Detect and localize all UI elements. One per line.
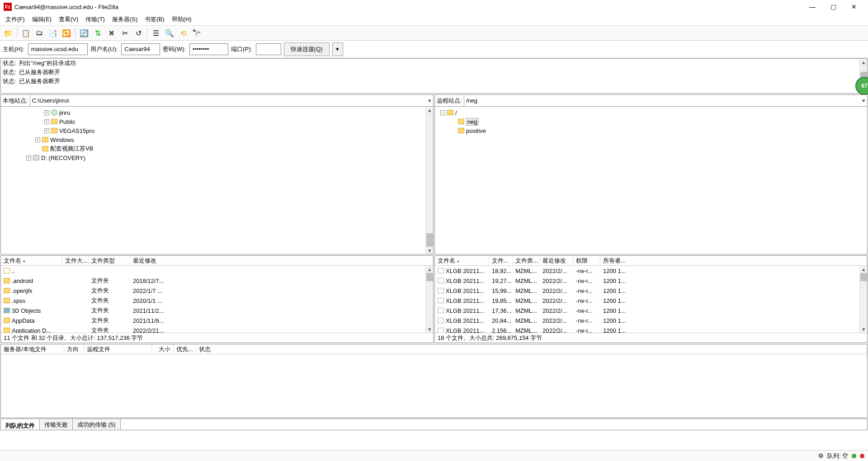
- list-item[interactable]: XLGB 20211...18,92...MZML...2022/2/...-r…: [435, 266, 867, 276]
- scrollbar[interactable]: ▴▾: [425, 266, 433, 333]
- file-icon: [438, 278, 444, 283]
- tab-failed[interactable]: 传输失败: [40, 419, 73, 430]
- minimize-button[interactable]: —: [802, 0, 823, 14]
- list-item[interactable]: XLGB 20211...20,84...MZML...2022/2/...-r…: [435, 315, 867, 325]
- tree-node[interactable]: +D: (RECOVERY): [4, 153, 430, 162]
- col-type[interactable]: 文件类...: [513, 256, 540, 265]
- log-line: 已从服务器断开: [19, 77, 60, 85]
- tree-node[interactable]: +Windows: [4, 135, 430, 144]
- maximize-button[interactable]: ▢: [823, 0, 844, 14]
- remote-tree[interactable]: -/negpositive: [435, 107, 867, 254]
- quickconnect-dropdown[interactable]: ▾: [332, 42, 343, 56]
- col-modified[interactable]: 最近修改: [540, 256, 573, 265]
- menubar: 文件(F) 编辑(E) 查看(V) 传输(T) 服务器(S) 书签(B) 帮助(…: [0, 14, 868, 25]
- toggle-log-icon[interactable]: 📋: [19, 27, 32, 39]
- menu-file[interactable]: 文件(F): [2, 14, 28, 25]
- refresh-icon[interactable]: 🔄: [78, 27, 90, 39]
- process-queue-icon[interactable]: ⇅: [91, 27, 104, 39]
- col-size[interactable]: 文件...: [489, 256, 513, 265]
- list-item[interactable]: XLGB 20211...19,27...MZML...2022/2/...-r…: [435, 276, 867, 286]
- local-file-list[interactable]: 文件名▴ 文件大... 文件类型 最近修改 ...android文件夹2018/…: [0, 255, 434, 343]
- separator: [75, 28, 75, 38]
- binoculars-icon[interactable]: 🔭: [190, 27, 203, 39]
- scrollbar[interactable]: ▴▾: [425, 107, 433, 254]
- tab-queued[interactable]: 列队的文件: [1, 419, 40, 430]
- filter-icon[interactable]: ☰: [150, 27, 162, 39]
- list-item[interactable]: .openjfx文件夹2022/1/7 ...: [1, 286, 433, 296]
- menu-server[interactable]: 服务器(S): [108, 14, 141, 25]
- cancel-icon[interactable]: ✖: [105, 27, 118, 39]
- compare-icon[interactable]: ⟲: [177, 27, 189, 39]
- tree-node[interactable]: +jinru: [4, 108, 430, 117]
- list-item[interactable]: AppData文件夹2021/11/9...: [1, 315, 433, 325]
- col-perm[interactable]: 权限: [573, 256, 600, 265]
- col-server[interactable]: 服务器/本地文件: [1, 344, 64, 354]
- sync-browse-icon[interactable]: 🔁: [60, 27, 73, 39]
- host-label: 主机(H):: [3, 45, 25, 53]
- tree-node[interactable]: +VEGAS15pro: [4, 126, 430, 135]
- col-modified[interactable]: 最近修改: [130, 256, 433, 265]
- tree-label: Public: [59, 118, 75, 125]
- log-label: 状态:: [3, 68, 19, 76]
- list-item[interactable]: .android文件夹2018/12/7...: [1, 276, 433, 286]
- col-name[interactable]: 文件名▴: [1, 256, 62, 265]
- port-input[interactable]: [256, 43, 281, 55]
- search-icon[interactable]: 🔍: [163, 27, 176, 39]
- sitemanager-icon[interactable]: 📁: [2, 27, 14, 39]
- list-item[interactable]: XLGB 20211...2,156...MZML...2022/2/...-r…: [435, 325, 867, 333]
- list-item[interactable]: Application D...文件夹2022/2/21...: [1, 325, 433, 333]
- col-size[interactable]: 大小: [152, 344, 174, 354]
- remote-file-list[interactable]: 文件名▴ 文件... 文件类... 最近修改 权限 所有者... XLGB 20…: [434, 255, 868, 343]
- disconnect-icon[interactable]: ✂: [118, 27, 131, 39]
- col-remote[interactable]: 远程文件: [84, 344, 152, 354]
- menu-help[interactable]: 帮助(H): [168, 14, 195, 25]
- scrollbar[interactable]: ▴▾: [859, 266, 867, 333]
- tree-toggle[interactable]: +: [44, 128, 49, 133]
- app-logo-icon: Fz: [4, 3, 12, 11]
- local-tree[interactable]: ▴▾ +jinru+Public+VEGAS15pro+Windows配套视频江…: [1, 107, 433, 254]
- tree-node[interactable]: +Public: [4, 117, 430, 126]
- list-item[interactable]: ..: [1, 266, 433, 276]
- menu-view[interactable]: 查看(V): [55, 14, 82, 25]
- tree-node[interactable]: positive: [438, 126, 864, 135]
- list-item[interactable]: XLGB 20211...17,36...MZML...2022/2/...-r…: [435, 306, 867, 315]
- quickconnect-button[interactable]: 快速连接(Q): [284, 42, 330, 56]
- toggle-tree-icon[interactable]: 🗂: [33, 27, 46, 39]
- tree-node[interactable]: 配套视频江苏VB: [4, 144, 430, 153]
- tree-toggle[interactable]: +: [35, 137, 40, 142]
- tree-toggle[interactable]: +: [44, 110, 49, 115]
- folder-icon: [4, 328, 10, 333]
- tree-node[interactable]: neg: [438, 117, 864, 126]
- host-input[interactable]: [28, 43, 88, 55]
- col-size[interactable]: 文件大...: [62, 256, 89, 265]
- remote-site-label: 远程站点:: [435, 97, 464, 105]
- pass-input[interactable]: [189, 43, 228, 55]
- list-item[interactable]: XLGB 20211...15,99...MZML...2022/2/...-r…: [435, 286, 867, 296]
- col-type[interactable]: 文件类型: [89, 256, 130, 265]
- tree-toggle[interactable]: +: [44, 119, 49, 124]
- file-icon: [438, 328, 444, 333]
- col-status[interactable]: 状态: [196, 344, 867, 354]
- list-item[interactable]: .spss文件夹2020/1/1 ...: [1, 296, 433, 306]
- tree-toggle[interactable]: +: [26, 155, 31, 160]
- local-path-combo[interactable]: C:\Users\jinru\ ▾: [30, 95, 433, 106]
- menu-bookmarks[interactable]: 书签(B): [141, 14, 168, 25]
- reconnect-icon[interactable]: ↺: [132, 27, 145, 39]
- toggle-queue-icon[interactable]: 📑: [47, 27, 59, 39]
- tree-toggle[interactable]: -: [440, 110, 445, 115]
- settings-icon[interactable]: ⚙: [818, 452, 824, 459]
- tree-node[interactable]: -/: [438, 108, 864, 117]
- user-input[interactable]: [121, 43, 160, 55]
- list-item[interactable]: XLGB 20211...19,85...MZML...2022/2/...-r…: [435, 296, 867, 306]
- remote-path-combo[interactable]: /neg ▾: [464, 95, 867, 106]
- col-priority[interactable]: 优先...: [174, 344, 196, 354]
- list-item[interactable]: 3D Objects文件夹2021/11/2...: [1, 306, 433, 315]
- col-owner[interactable]: 所有者...: [600, 256, 867, 265]
- close-button[interactable]: ✕: [844, 0, 864, 14]
- menu-edit[interactable]: 编辑(E): [28, 14, 55, 25]
- tab-success[interactable]: 成功的传输 (5): [73, 419, 121, 430]
- col-name[interactable]: 文件名▴: [435, 256, 489, 265]
- menu-transfer[interactable]: 传输(T): [82, 14, 108, 25]
- col-direction[interactable]: 方向: [64, 344, 84, 354]
- local-site-label: 本地站点:: [1, 97, 30, 105]
